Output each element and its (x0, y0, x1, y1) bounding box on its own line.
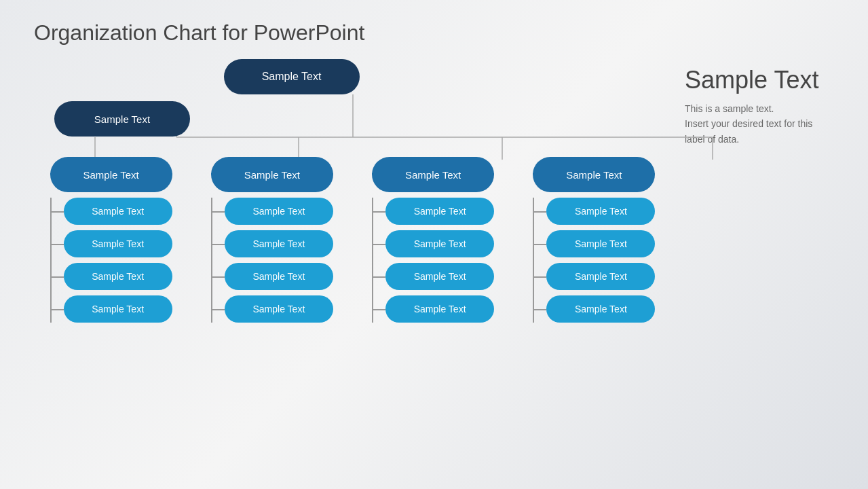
col3-children: Sample Text Sample Text Sample Text Samp… (372, 198, 494, 323)
page: Organization Chart for PowerPoint (0, 0, 868, 489)
col1-children: Sample Text Sample Text Sample Text Samp… (50, 198, 172, 323)
col2-child-4[interactable]: Sample Text (225, 295, 333, 323)
col4-children: Sample Text Sample Text Sample Text Samp… (533, 198, 655, 323)
page-title: Organization Chart for PowerPoint (34, 20, 834, 46)
col2-children: Sample Text Sample Text Sample Text Samp… (211, 198, 333, 323)
info-line3: label of data. (685, 134, 739, 145)
column-1: Sample Text Sample Text Sample Text Samp… (34, 157, 188, 323)
info-line2: Insert your desired text for this (685, 118, 812, 129)
col1-child-2[interactable]: Sample Text (64, 230, 172, 257)
columns-container: Sample Text Sample Text Sample Text Samp… (34, 157, 671, 323)
info-title: Sample Text (685, 66, 834, 94)
col4-child-4[interactable]: Sample Text (546, 295, 655, 323)
col3-child-4[interactable]: Sample Text (385, 295, 494, 323)
col3-header[interactable]: Sample Text (372, 157, 494, 192)
col2-child-3[interactable]: Sample Text (225, 263, 333, 290)
col4-child-2[interactable]: Sample Text (546, 230, 655, 257)
top-node-row: Sample Text (34, 59, 671, 94)
col1-child-3[interactable]: Sample Text (64, 263, 172, 290)
info-line1: This is a sample text. (685, 103, 774, 114)
second-node[interactable]: Sample Text (54, 101, 190, 137)
info-panel: Sample Text This is a sample text. Inser… (671, 59, 834, 323)
column-4: Sample Text Sample Text Sample Text Samp… (517, 157, 671, 323)
info-body: This is a sample text. Insert your desir… (685, 101, 834, 147)
col1-child-4[interactable]: Sample Text (64, 295, 172, 323)
column-2: Sample Text Sample Text Sample Text Samp… (195, 157, 349, 323)
second-node-row: Sample Text (34, 101, 671, 137)
col2-child-1[interactable]: Sample Text (225, 198, 333, 225)
col3-child-2[interactable]: Sample Text (385, 230, 494, 257)
column-3: Sample Text Sample Text Sample Text Samp… (356, 157, 510, 323)
col2-header[interactable]: Sample Text (211, 157, 333, 192)
col1-header[interactable]: Sample Text (50, 157, 172, 192)
col4-child-3[interactable]: Sample Text (546, 263, 655, 290)
top-node[interactable]: Sample Text (224, 59, 360, 94)
col3-child-3[interactable]: Sample Text (385, 263, 494, 290)
col4-child-1[interactable]: Sample Text (546, 198, 655, 225)
col3-child-1[interactable]: Sample Text (385, 198, 494, 225)
col1-child-1[interactable]: Sample Text (64, 198, 172, 225)
col4-header[interactable]: Sample Text (533, 157, 655, 192)
col2-child-2[interactable]: Sample Text (225, 230, 333, 257)
